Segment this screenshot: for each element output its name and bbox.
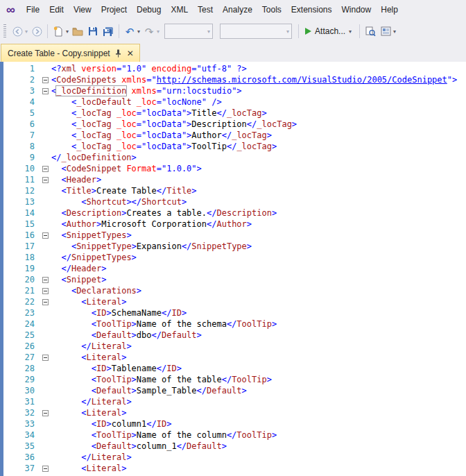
code-token: _locTag: [76, 119, 112, 129]
attach-button[interactable]: Attach... ▾: [302, 23, 356, 40]
fold-collapse-toggle[interactable]: [42, 410, 49, 416]
fold-margin: [40, 74, 51, 85]
fold-collapse-toggle[interactable]: [42, 466, 49, 472]
xml-namespace-link[interactable]: http://schemas.microsoft.com/VisualStudi…: [157, 75, 447, 85]
code-token: </: [81, 452, 91, 462]
fold-margin: [40, 152, 51, 163]
fold-collapse-toggle[interactable]: [42, 277, 49, 283]
navigate-forward-button[interactable]: [29, 23, 44, 40]
save-button[interactable]: [85, 23, 101, 40]
combo-1-caret: ▾: [207, 28, 210, 35]
code-line-28: 28 <ID>Tablename</ID>: [3, 363, 466, 374]
code-token: >: [132, 153, 137, 162]
menu-help[interactable]: Help: [376, 0, 403, 19]
fold-collapse-toggle[interactable]: [42, 299, 49, 305]
code-token: [51, 142, 71, 151]
fold-margin: [40, 307, 51, 318]
menu-file[interactable]: File: [21, 0, 44, 19]
menu-window[interactable]: Window: [337, 0, 377, 19]
fold-collapse-toggle[interactable]: [42, 355, 49, 361]
code-token: "locData": [141, 119, 187, 129]
fold-margin: [40, 463, 51, 474]
menu-test[interactable]: Test: [193, 0, 218, 19]
redo-button[interactable]: ↷: [141, 23, 157, 40]
code-token: _loc: [112, 130, 137, 140]
fold-collapse-toggle[interactable]: [42, 288, 49, 294]
line-number: 18: [3, 252, 40, 263]
code-line-31: 31 </Literal>: [3, 396, 466, 407]
code-token: ToolTip: [236, 319, 272, 329]
code-token: >: [126, 230, 131, 240]
fold-collapse-toggle[interactable]: [42, 177, 49, 183]
code-token: =: [137, 130, 141, 140]
line-number: 11: [3, 174, 40, 185]
code-token: Declarations: [76, 286, 137, 296]
fold-margin: [40, 96, 51, 108]
line-number: 1: [3, 63, 40, 74]
menu-xml[interactable]: XML: [166, 0, 193, 19]
menu-extensions[interactable]: Extensions: [286, 0, 337, 19]
code-token: ></: [126, 197, 141, 207]
code-line-5: 5 <_locTag _loc="locData">Title</_locTag…: [3, 108, 466, 119]
fold-collapse-toggle[interactable]: [42, 232, 49, 239]
save-all-button[interactable]: [101, 23, 116, 40]
code-token: "locData": [141, 142, 187, 151]
code-token: </: [61, 253, 71, 262]
close-icon[interactable]: ✕: [126, 49, 135, 58]
new-file-button[interactable]: [51, 23, 66, 40]
menu-tools[interactable]: Tools: [257, 0, 286, 19]
code-token: ID: [96, 364, 106, 373]
tab-create-table-copy-snippet[interactable]: Create Table - Copy.snippet ✕: [1, 44, 140, 62]
code-token: [51, 208, 61, 218]
code-token: =": [146, 75, 156, 85]
fold-collapse-toggle[interactable]: [42, 77, 49, 83]
toolbar-grip[interactable]: [3, 24, 6, 38]
code-token: _locDefinition: [56, 86, 126, 96]
code-editor[interactable]: 1<?xml version="1.0" encoding="utf-8" ?>…: [0, 62, 466, 476]
fold-margin: [40, 119, 51, 130]
menu-analyze[interactable]: Analyze: [218, 0, 257, 19]
code-token: "urn:locstudio": [162, 86, 236, 96]
code-token: [51, 341, 81, 351]
code-text: <Shortcut></Shortcut>: [51, 196, 466, 207]
line-number: 12: [3, 185, 40, 196]
menu-edit[interactable]: Edit: [44, 0, 69, 19]
find-in-files-button[interactable]: [363, 23, 378, 40]
toolbar-combo-2[interactable]: ▾: [220, 24, 292, 39]
navigate-back-button[interactable]: [10, 23, 25, 40]
undo-button[interactable]: ↶: [122, 23, 137, 40]
fold-collapse-toggle[interactable]: [42, 166, 49, 172]
undo-dropdown-caret[interactable]: ▾: [137, 28, 140, 35]
toolbar-combo-1[interactable]: ▾: [164, 24, 213, 39]
code-token: Format: [121, 164, 157, 173]
code-line-3: 3<_locDefinition xmlns="urn:locstudio">: [3, 85, 466, 96]
code-token: [51, 197, 81, 207]
code-line-16: 16 <SnippetTypes>: [3, 230, 466, 241]
fold-margin: [40, 385, 51, 396]
open-file-button[interactable]: [70, 23, 85, 40]
line-number: 6: [3, 119, 40, 130]
code-token: >: [121, 408, 126, 418]
pin-icon[interactable]: [115, 49, 121, 58]
menu-project[interactable]: Project: [96, 0, 132, 19]
fold-collapse-toggle[interactable]: [42, 88, 49, 94]
code-line-8: 8 <_locTag _loc="locData">ToolTip</_locT…: [3, 141, 466, 152]
code-token: <: [92, 430, 96, 440]
navigate-forward-icon: [32, 26, 42, 37]
redo-dropdown-caret[interactable]: ▾: [157, 28, 159, 35]
code-token: column_1: [137, 441, 177, 451]
attach-dropdown-caret[interactable]: ▾: [349, 28, 352, 35]
code-line-23: 23 <ID>SchemaName</ID>: [3, 307, 466, 318]
navigate-back-dropdown-caret[interactable]: ▾: [25, 28, 28, 35]
menu-debug[interactable]: Debug: [132, 0, 166, 19]
new-file-dropdown-caret[interactable]: ▾: [66, 28, 69, 35]
code-text: </SnippetTypes>: [51, 252, 466, 263]
menu-view[interactable]: View: [69, 0, 96, 19]
new-file-icon: [53, 26, 63, 37]
fold-margin: [40, 418, 51, 430]
toolbar-options-caret[interactable]: ▾: [393, 28, 396, 35]
solution-explorer-button[interactable]: [378, 23, 393, 40]
code-line-24: 24 <ToolTip>Name of the schema</ToolTip>: [3, 318, 466, 330]
code-token: ID: [96, 308, 106, 318]
code-token: ToolTip: [96, 430, 132, 440]
